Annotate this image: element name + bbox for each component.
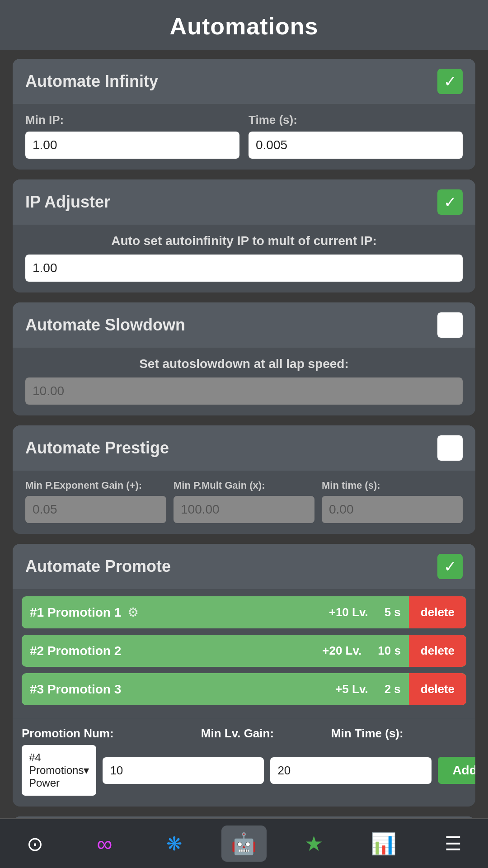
automate-infinity-title: Automate Infinity [25,72,158,91]
automate-infinity-body: Min IP: Time (s): [13,104,475,170]
automate-promote-header: Automate Promote ✓ [13,544,475,589]
nav-item-target[interactable]: ⊙ [12,826,57,862]
nav-item-menu[interactable]: ☰ [431,826,476,862]
delete-button-3[interactable]: delete [409,673,466,705]
min-exp-input[interactable] [25,496,166,523]
prestige-fields: Min P.Exponent Gain (+): Min P.Mult Gain… [25,480,463,523]
min-time-group: Min time (s): [322,480,463,523]
promote-name-2: #2 Promotion 2 [30,644,121,658]
ip-adjuster-title: IP Adjuster [25,193,110,212]
automate-slowdown-body: Set autoslowdown at all lap speed: [13,348,475,415]
automate-slowdown-title: Automate Slowdown [25,316,185,335]
automate-prestige-title: Automate Prestige [25,439,169,458]
min-ip-label: Min IP: [25,113,239,127]
min-mult-label: Min P.Mult Gain (x): [174,480,314,491]
min-lv-gain-label: Min Lv. Gain: [201,726,324,741]
min-exp-group: Min P.Exponent Gain (+): [25,480,166,523]
min-ip-input[interactable] [25,132,239,159]
promo-num-select[interactable]: #4 Promotions Power ▾ [22,745,96,796]
promote-lv-3: +5 Lv. [327,682,376,696]
content-area: Automate Infinity ✓ Min IP: Time (s): IP… [0,50,488,868]
min-time-s-label: Min Time (s): [331,726,466,741]
menu-icon: ☰ [445,833,462,855]
promote-row-3-left: #3 Promotion 3 [22,674,327,705]
automate-prestige-checkbox[interactable] [437,435,463,461]
min-ip-group: Min IP: [25,113,239,159]
min-mult-group: Min P.Mult Gain (x): [174,480,314,523]
promo-num-label: Promotion Num: [22,726,194,741]
promote-name-3: #3 Promotion 3 [30,682,121,697]
promo-add-section: Promotion Num: Min Lv. Gain: Min Time (s… [13,719,475,807]
min-time-input[interactable] [270,757,432,784]
promote-name-1: #1 Promotion 1 [30,605,121,620]
automate-promote-card: Automate Promote ✓ #1 Promotion 1 ⚙ +10 … [13,544,475,807]
automate-slowdown-input[interactable] [25,377,463,405]
min-mult-input[interactable] [174,496,314,523]
automate-slowdown-checkbox[interactable] [437,312,463,338]
nav-item-infinity[interactable]: ∞ [82,826,127,862]
promote-row-1-left: #1 Promotion 1 ⚙ [22,597,321,628]
time-group: Time (s): [249,113,463,159]
delete-button-1[interactable]: delete [409,596,466,628]
nav-item-star[interactable]: ★ [291,826,336,862]
automate-infinity-checkbox[interactable]: ✓ [437,69,463,94]
promote-row-3-right: +5 Lv. 2 s delete [327,673,466,705]
automate-prestige-header: Automate Prestige [13,425,475,471]
automate-prestige-body: Min P.Exponent Gain (+): Min P.Mult Gain… [13,471,475,534]
star-icon: ★ [305,831,323,856]
promote-row-1-right: +10 Lv. 5 s delete [321,596,466,628]
automate-slowdown-label: Set autoslowdown at all lap speed: [25,357,463,371]
promo-add-row: #4 Promotions Power ▾ Add [22,745,466,796]
chart-icon: 📊 [371,831,396,856]
time-label: Time (s): [249,113,463,127]
promote-time-1: 5 s [376,605,409,619]
promote-row-2-left: #2 Promotion 2 [22,636,314,666]
target-icon: ⊙ [27,832,43,855]
bottom-nav: ⊙ ∞ ❋ 🤖 ★ 📊 ☰ [0,818,488,868]
promo-select-value: #4 Promotions Power [29,751,84,789]
promote-lv-1: +10 Lv. [321,605,376,619]
chevron-down-icon: ▾ [84,764,89,777]
delete-button-2[interactable]: delete [409,635,466,667]
ip-adjuster-input[interactable] [25,255,463,282]
infinity-icon: ∞ [97,831,112,856]
gear-icon-1[interactable]: ⚙ [127,605,139,620]
nodes-icon: ❋ [166,833,182,855]
automate-promote-checkbox[interactable]: ✓ [437,554,463,579]
min-lv-input[interactable] [103,757,264,784]
automate-infinity-fields: Min IP: Time (s): [25,113,463,159]
ip-adjuster-label: Auto set autoinfinity IP to mult of curr… [25,234,463,248]
ip-adjuster-card: IP Adjuster ✓ Auto set autoinfinity IP t… [13,179,475,292]
promote-list: #1 Promotion 1 ⚙ +10 Lv. 5 s delete #2 P… [13,589,475,719]
ip-adjuster-body: Auto set autoinfinity IP to mult of curr… [13,225,475,292]
robot-icon: 🤖 [231,831,257,856]
table-row: #1 Promotion 1 ⚙ +10 Lv. 5 s delete [22,596,466,628]
table-row: #2 Promotion 2 +20 Lv. 10 s delete [22,635,466,667]
automate-infinity-card: Automate Infinity ✓ Min IP: Time (s): [13,59,475,170]
header: Automations [0,0,488,50]
min-time-input[interactable] [322,496,463,523]
nav-item-nodes[interactable]: ❋ [152,826,197,862]
promote-row-2-right: +20 Lv. 10 s delete [314,635,466,667]
add-button[interactable]: Add [438,757,475,784]
min-time-label: Min time (s): [322,480,463,491]
promote-time-3: 2 s [376,682,409,696]
promote-lv-2: +20 Lv. [314,644,370,658]
ip-adjuster-header: IP Adjuster ✓ [13,179,475,225]
automate-infinity-header: Automate Infinity ✓ [13,59,475,104]
nav-item-robot[interactable]: 🤖 [221,826,267,862]
promote-time-2: 10 s [370,644,409,658]
table-row: #3 Promotion 3 +5 Lv. 2 s delete [22,673,466,705]
automate-slowdown-card: Automate Slowdown Set autoslowdown at al… [13,302,475,415]
automate-slowdown-header: Automate Slowdown [13,302,475,348]
promo-add-labels: Promotion Num: Min Lv. Gain: Min Time (s… [22,726,466,741]
automate-prestige-card: Automate Prestige Min P.Exponent Gain (+… [13,425,475,534]
page-title: Automations [0,13,488,40]
time-input[interactable] [249,132,463,159]
automate-promote-title: Automate Promote [25,557,171,576]
ip-adjuster-checkbox[interactable]: ✓ [437,189,463,215]
min-exp-label: Min P.Exponent Gain (+): [25,480,166,491]
nav-item-chart[interactable]: 📊 [361,826,406,862]
